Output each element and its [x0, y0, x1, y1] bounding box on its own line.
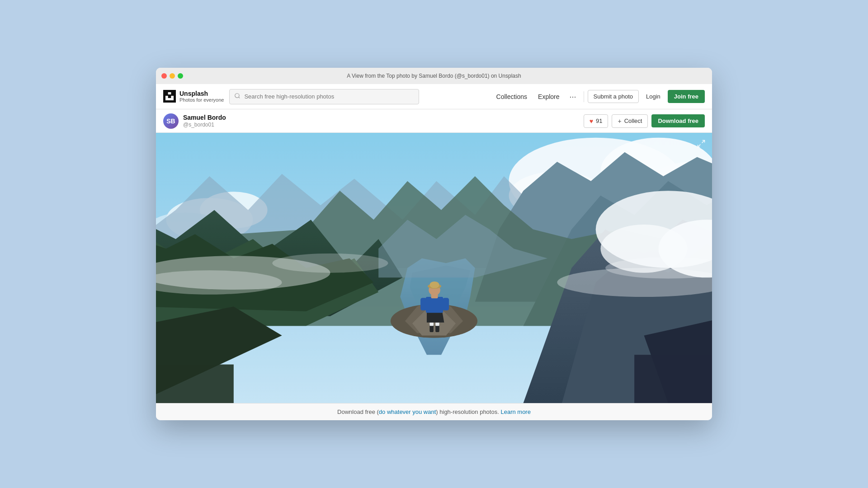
- browser-window: A View from the Top photo by Samuel Bord…: [156, 68, 712, 420]
- footer-link-license[interactable]: do whatever you want: [379, 408, 436, 415]
- nav-links: Collections Explore ··· Submit a photo L…: [492, 90, 705, 103]
- heart-icon: ♥: [590, 117, 593, 125]
- footer-banner: Download free ( do whatever you want ) h…: [156, 403, 712, 420]
- like-count: 91: [596, 117, 602, 124]
- navbar: Unsplash Photos for everyone Collections…: [156, 84, 712, 109]
- photo-svg: [156, 133, 712, 403]
- search-bar[interactable]: [229, 89, 419, 104]
- page-title: A View from the Top photo by Samuel Bord…: [347, 73, 521, 79]
- browser-content: Unsplash Photos for everyone Collections…: [156, 84, 712, 420]
- avatar[interactable]: SB: [163, 113, 179, 129]
- svg-point-0: [235, 94, 239, 98]
- brand-name: Unsplash: [179, 90, 224, 98]
- footer-text-before: Download free (: [337, 408, 379, 415]
- join-button[interactable]: Join free: [668, 90, 705, 103]
- traffic-lights: [161, 73, 183, 79]
- photographer-handle: @s_bordo01: [183, 122, 226, 129]
- plus-icon: +: [618, 117, 621, 125]
- nav-divider: [584, 91, 584, 102]
- expand-icon[interactable]: [696, 138, 707, 149]
- photo-actions: ♥ 91 + Collect Download free: [584, 114, 705, 128]
- collect-button[interactable]: + Collect: [612, 114, 648, 128]
- photographer-text: Samuel Bordo @s_bordo01: [183, 113, 226, 129]
- svg-line-52: [698, 145, 701, 147]
- logo-link[interactable]: Unsplash Photos for everyone: [163, 90, 224, 103]
- photographer-name[interactable]: Samuel Bordo: [183, 113, 226, 122]
- minimize-button[interactable]: [170, 73, 175, 79]
- logo-text: Unsplash Photos for everyone: [179, 90, 224, 103]
- photo-toolbar: SB Samuel Bordo @s_bordo01 ♥ 91 + Collec…: [156, 109, 712, 133]
- brand-tagline: Photos for everyone: [179, 97, 224, 103]
- download-button[interactable]: Download free: [651, 114, 705, 127]
- collect-label: Collect: [624, 117, 642, 124]
- svg-rect-50: [156, 133, 712, 403]
- photo-container: [156, 133, 712, 403]
- like-button[interactable]: ♥ 91: [584, 114, 609, 128]
- svg-line-51: [702, 141, 705, 143]
- unsplash-logo-icon: [163, 90, 176, 103]
- photographer-info: SB Samuel Bordo @s_bordo01: [163, 113, 226, 129]
- search-input[interactable]: [244, 93, 414, 100]
- more-menu-button[interactable]: ···: [566, 91, 580, 103]
- title-bar: A View from the Top photo by Samuel Bord…: [156, 68, 712, 84]
- explore-link[interactable]: Explore: [533, 90, 564, 103]
- photo-scene: [156, 133, 712, 403]
- collections-link[interactable]: Collections: [492, 90, 532, 103]
- logo-svg: [165, 92, 174, 100]
- footer-text-middle: ) high-resolution photos.: [436, 408, 499, 415]
- search-icon: [234, 93, 241, 100]
- maximize-button[interactable]: [178, 73, 183, 79]
- footer-link-learn-more[interactable]: Learn more: [500, 408, 530, 415]
- svg-line-1: [239, 97, 240, 99]
- close-button[interactable]: [161, 73, 167, 79]
- login-button[interactable]: Login: [641, 90, 666, 103]
- submit-photo-button[interactable]: Submit a photo: [588, 90, 639, 103]
